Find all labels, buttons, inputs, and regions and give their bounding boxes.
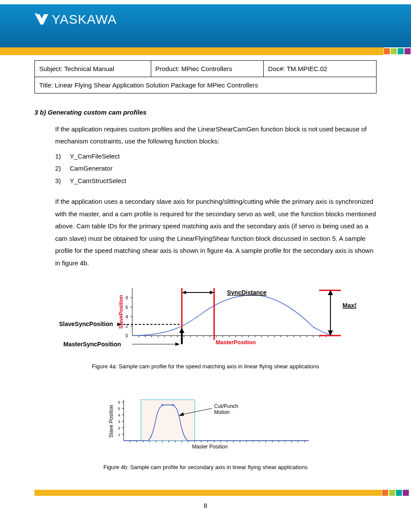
stripe-gold xyxy=(0,47,383,55)
meta-title-value: Linear Flying Shear Application Solution… xyxy=(55,81,258,89)
seg-orange xyxy=(382,490,388,496)
section-para2: If the application uses a secondary slav… xyxy=(55,196,377,269)
label-cut-punch: Cut/Punch xyxy=(214,403,238,409)
label-master-position-b: Master Position xyxy=(192,444,228,450)
list-item-text: CamGenerator xyxy=(70,162,112,175)
ytick: 6 xyxy=(125,305,128,310)
label-master-sync-position: MasterSyncPosition xyxy=(63,341,121,348)
yaskawa-logo-icon xyxy=(34,13,49,25)
document-page: YASKAWA Subject: Technical Manual Produc… xyxy=(0,0,411,526)
seg-lime xyxy=(389,490,395,496)
meta-doc-label: Doc#: xyxy=(268,65,285,72)
figure-4a: 0 2 4 6 8 xyxy=(34,280,377,357)
accent-stripe-top xyxy=(0,47,411,55)
color-segments xyxy=(382,490,411,496)
list-item-num: 3) xyxy=(55,175,65,187)
meta-doc: Doc#: TM.MPIEC.02 xyxy=(264,61,377,77)
svg-marker-47 xyxy=(328,330,333,336)
seg-teal xyxy=(396,490,402,496)
cam-profile-curve xyxy=(132,295,335,336)
brand-name: YASKAWA xyxy=(52,12,117,27)
stripe-gold xyxy=(34,490,382,496)
section-intro: If the application requires custom profi… xyxy=(55,123,377,148)
list-item: 2) CamGenerator xyxy=(55,162,377,175)
ytick: 2 xyxy=(118,426,120,430)
meta-product-value: MPiec Controllers xyxy=(181,65,232,72)
seg-purple xyxy=(405,48,411,54)
seg-orange xyxy=(384,48,390,54)
label-motion: Motion xyxy=(214,409,230,415)
ytick: 0 xyxy=(125,333,128,338)
brand-logo: YASKAWA xyxy=(34,12,117,27)
seg-teal xyxy=(398,48,404,54)
meta-doc-value: TM.MPIEC.02 xyxy=(286,65,327,72)
ytick: 4 xyxy=(118,413,120,417)
list-item: 3) Y_CamStructSelect xyxy=(55,175,377,187)
svg-marker-39 xyxy=(179,328,184,333)
page-number: 8 xyxy=(0,502,411,509)
label-slave-position-b: Slave Position xyxy=(108,405,114,438)
meta-subject: Subject: Technical Manual xyxy=(35,61,151,77)
label-max-stroke: MaxStroke xyxy=(342,302,356,309)
color-segments xyxy=(383,47,411,55)
section-heading: 3 b) Generating custom cam profiles xyxy=(34,106,377,119)
sync-region-rect xyxy=(141,400,195,441)
meta-title-label: Title: xyxy=(39,81,53,89)
ytick: 4 xyxy=(125,314,128,319)
list-item-text: Y_CamStructSelect xyxy=(70,175,126,187)
ytick: 3 xyxy=(118,420,120,424)
meta-product-label: Product: xyxy=(156,65,180,72)
figure-4b-caption: Figure 4b: Sample cam profile for second… xyxy=(34,462,377,473)
list-item-text: Y_CamFileSelect xyxy=(70,150,120,163)
ytick: 5 xyxy=(118,407,120,411)
ytick: 8 xyxy=(125,296,128,300)
function-block-list: 1) Y_CamFileSelect 2) CamGenerator 3) Y_… xyxy=(55,150,377,187)
ytick: 1 xyxy=(118,432,120,437)
seg-purple xyxy=(403,490,409,496)
meta-subject-value: Technical Manual xyxy=(64,65,114,72)
meta-title: Title: Linear Flying Shear Application S… xyxy=(35,77,377,93)
meta-subject-label: Subject: xyxy=(39,65,62,72)
section-intro-block: If the application requires custom profi… xyxy=(55,123,377,270)
figure-4a-caption: Figure 4a: Sample cam profile for the sp… xyxy=(34,361,377,372)
meta-product: Product: MPiec Controllers xyxy=(151,61,264,77)
brand-banner: YASKAWA xyxy=(0,0,411,47)
ytick: 6 xyxy=(118,400,120,404)
label-sync-distance: SyncDistance xyxy=(227,289,267,296)
list-item-num: 1) xyxy=(55,150,65,163)
svg-marker-51 xyxy=(175,342,180,346)
label-master-position: MasterPosition xyxy=(215,339,255,345)
list-item-num: 2) xyxy=(55,162,65,175)
seg-lime xyxy=(391,48,397,54)
document-meta-table: Subject: Technical Manual Product: MPiec… xyxy=(34,60,377,93)
list-item: 1) Y_CamFileSelect xyxy=(55,150,377,163)
accent-stripe-bottom xyxy=(0,490,411,496)
label-slave-sync-position: SlaveSyncPosition xyxy=(59,320,113,327)
body-content: 3 b) Generating custom cam profiles If t… xyxy=(34,106,377,473)
figure-4b: 1 2 3 4 5 6 xyxy=(34,393,377,458)
